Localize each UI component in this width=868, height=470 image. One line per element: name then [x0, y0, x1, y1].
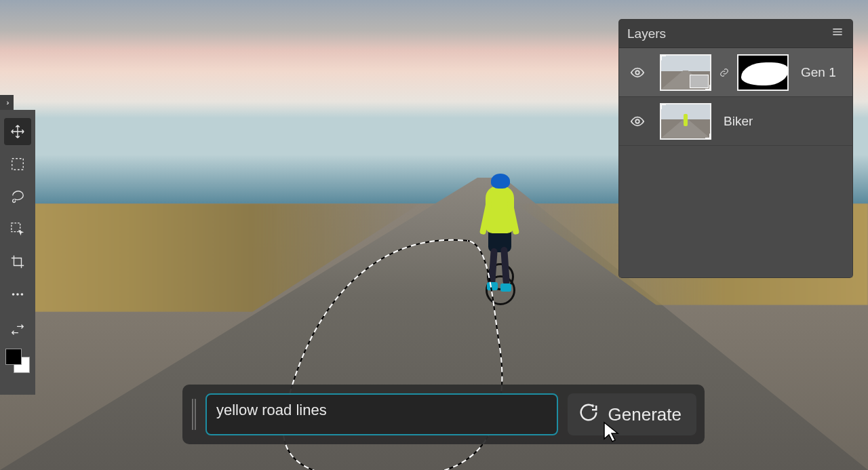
toolbar-collapse-toggle[interactable]: ›› [0, 95, 14, 110]
svg-point-2 [12, 293, 15, 296]
prompt-input-text: yellow road lines [216, 402, 327, 419]
link-mask-icon[interactable] [718, 68, 730, 77]
marquee-tool[interactable] [4, 151, 31, 178]
prompt-input[interactable]: yellow road lines [205, 393, 558, 435]
more-tools[interactable] [4, 281, 31, 308]
layers-panel: Layers Gen 1 [619, 20, 852, 277]
crop-tool[interactable] [4, 248, 31, 275]
generative-taskbar: yellow road lines Generate [182, 385, 705, 444]
generate-button[interactable]: Generate [568, 393, 696, 435]
layers-empty-area[interactable] [619, 146, 852, 277]
svg-point-4 [21, 293, 24, 296]
layer-thumbnail[interactable] [660, 103, 711, 140]
svg-point-3 [16, 293, 19, 296]
object-select-tool[interactable] [4, 216, 31, 243]
layer-row-biker[interactable]: Biker [619, 97, 852, 146]
taskbar-grip[interactable] [192, 399, 196, 430]
lasso-tool[interactable] [4, 183, 31, 210]
generate-button-label: Generate [608, 404, 682, 425]
foreground-color-swatch[interactable] [5, 349, 22, 365]
layers-panel-title: Layers [627, 26, 666, 41]
visibility-toggle[interactable] [622, 65, 653, 80]
layer-thumbnail[interactable] [660, 54, 711, 91]
layers-panel-header: Layers [619, 20, 852, 48]
swap-colors-icon[interactable] [4, 316, 31, 343]
svg-rect-0 [12, 159, 24, 170]
layer-row-gen1[interactable]: Gen 1 [619, 48, 852, 97]
svg-point-5 [635, 71, 639, 75]
generate-icon [578, 402, 599, 427]
svg-point-6 [635, 119, 639, 123]
layers-panel-menu-icon[interactable] [831, 25, 844, 42]
move-tool[interactable] [4, 118, 31, 145]
layer-name-label: Biker [724, 114, 753, 129]
layer-mask-thumbnail[interactable] [737, 54, 789, 91]
color-swatch[interactable] [5, 349, 30, 373]
toolbar [0, 110, 35, 395]
layer-name-label: Gen 1 [801, 65, 836, 80]
visibility-toggle[interactable] [622, 114, 653, 129]
